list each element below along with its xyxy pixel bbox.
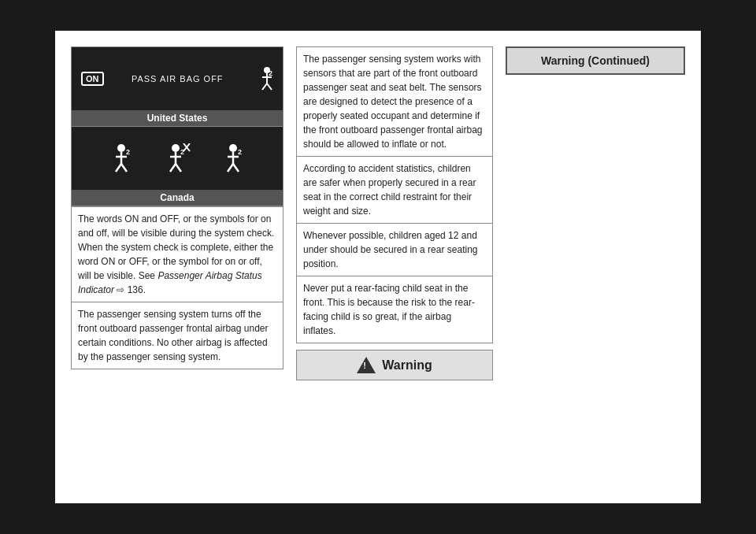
svg-line-15 [170,164,176,172]
warning-box: Warning [296,350,493,380]
ca-diagram-box: 2 2 [71,127,284,206]
middle-text-block-1: The passenger sensing system works with … [296,46,493,157]
warning-continued-box: Warning (Continued) [506,46,685,75]
svg-point-6 [117,144,125,152]
person-icon-us: 2 [251,66,273,91]
svg-line-24 [233,164,239,172]
svg-text:2: 2 [180,148,184,156]
right-column: Warning (Continued) [506,46,685,488]
us-diagram-label: United States [72,110,283,126]
us-diagram-box: ON PASS AIR BAG OFF 2 United States [71,46,284,127]
middle-text-block-4: Never put a rear-facing child seat in th… [296,276,493,343]
middle-text-block-2: According to accident statistics, childr… [296,157,493,224]
svg-line-10 [121,164,127,172]
left-text-1-content: The words ON and OFF, or the symbols for… [78,213,274,295]
svg-point-20 [229,144,237,152]
warning-label: Warning [382,358,432,373]
page-content: ON PASS AIR BAG OFF 2 United States [55,31,701,503]
middle-text-4-content: Never put a rear-facing child seat in th… [303,283,475,336]
middle-text-block-3: Whenever possible, children aged 12 and … [296,224,493,276]
middle-column: The passenger sensing system works with … [296,46,493,488]
svg-text:2: 2 [269,69,272,77]
svg-line-3 [262,83,267,90]
svg-point-12 [172,144,180,152]
svg-text:2: 2 [238,148,242,156]
airbag-text: PASS AIR BAG OFF [110,74,246,83]
middle-text-2-content: According to accident statistics, childr… [303,163,476,217]
warning-triangle-icon [357,357,376,373]
on-badge: ON [81,72,104,86]
ca-icon-1: 2 [109,143,134,173]
svg-line-16 [176,164,181,172]
svg-text:2: 2 [126,148,130,156]
warning-continued-label: Warning (Continued) [541,54,650,67]
ca-diagram-label: Canada [72,190,283,206]
ca-icon-2: 2 [163,143,191,173]
left-text-2-content: The passenger sensing system turns off t… [78,309,269,362]
middle-text-1-content: The passenger sensing system works with … [303,54,482,150]
ca-diagram-image: 2 2 [72,127,283,190]
left-text-block-1: The words ON and OFF, or the symbols for… [71,206,284,302]
svg-line-9 [116,164,121,172]
svg-line-23 [228,164,233,172]
ca-icon-3: 2 [220,143,246,173]
ca-icons: 2 2 [81,137,273,180]
us-diagram-image: ON PASS AIR BAG OFF 2 [72,47,283,110]
left-column: ON PASS AIR BAG OFF 2 United States [71,46,284,488]
svg-line-4 [267,83,272,90]
middle-text-3-content: Whenever possible, children aged 12 and … [303,230,477,269]
left-text-block-2: The passenger sensing system turns off t… [71,302,284,369]
